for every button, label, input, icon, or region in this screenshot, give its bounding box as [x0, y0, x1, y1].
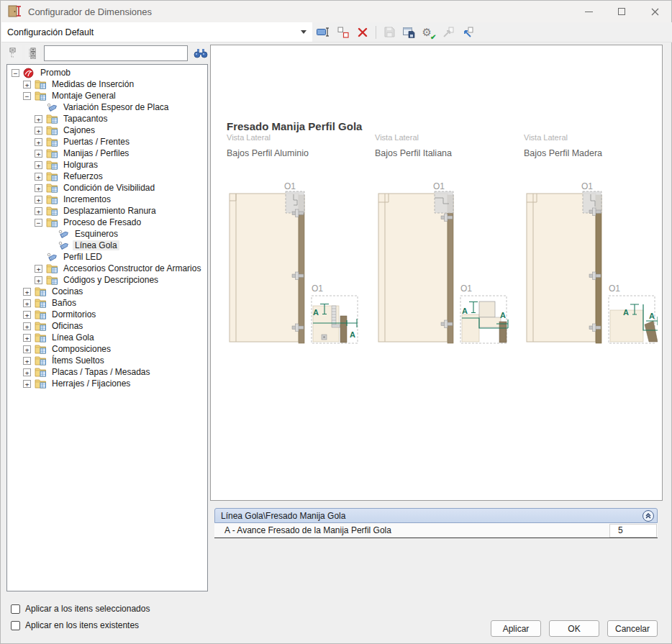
window-controls: [572, 1, 671, 22]
tree-item-linea-gola[interactable]: Línea Gola: [7, 240, 207, 251]
expand-all-icon: [27, 47, 38, 59]
expander-minus-icon[interactable]: −: [35, 219, 42, 227]
tag-icon: [46, 102, 58, 112]
chevron-double-up-icon: [645, 512, 652, 520]
close-button[interactable]: [638, 1, 671, 22]
apply-button[interactable]: Aplicar: [491, 620, 541, 637]
expander-plus-icon[interactable]: +: [23, 288, 31, 296]
tree-item-manijas-perfiles[interactable]: +Manijas / Perfiles: [7, 148, 207, 159]
minimize-button[interactable]: [572, 1, 605, 22]
expander-plus-icon[interactable]: +: [35, 161, 42, 169]
apply-selected-items-option: Aplicar a los itens seleccionados: [11, 604, 150, 614]
expander-plus-icon[interactable]: +: [35, 127, 42, 135]
combo-dropdown-icon[interactable]: [301, 30, 307, 34]
tree-item-desplazamiento-ranura[interactable]: +Desplazamiento Ranura: [7, 205, 207, 217]
tree-item-linea-gola[interactable]: +Línea Gola: [7, 332, 207, 343]
tree-item-label: Baños: [50, 298, 78, 308]
expander-plus-icon[interactable]: +: [23, 368, 31, 376]
maximize-button[interactable]: [605, 1, 638, 22]
tree-item-label: Tapacantos: [61, 114, 109, 124]
tree-item-label: Promob: [38, 68, 73, 78]
expander-plus-icon[interactable]: +: [23, 322, 31, 330]
delete-configuration-icon[interactable]: [354, 24, 371, 40]
expander-plus-icon[interactable]: +: [35, 138, 42, 146]
tree-item-puertas-frentes[interactable]: +Puertas / Frentes: [7, 136, 207, 148]
expander-plus-icon[interactable]: +: [23, 311, 31, 319]
expander-plus-icon[interactable]: +: [23, 357, 31, 365]
tree-item-items-sueltos[interactable]: +Ítems Sueltos: [7, 355, 207, 366]
apply-settings-icon[interactable]: ⚙✔: [420, 24, 437, 40]
dimension-a-label: A: [462, 307, 468, 315]
tree-item-placas-tapas-mesadas[interactable]: +Placas / Tapas / Mesadas: [7, 366, 207, 378]
expander-plus-icon[interactable]: +: [35, 207, 42, 215]
expander-plus-icon[interactable]: +: [35, 184, 42, 192]
tree-item-label: Placas / Tapas / Mesadas: [50, 367, 153, 377]
tree-item-accesorios-constructor-de-armarios[interactable]: +Accesorios Constructor de Armarios: [7, 263, 207, 274]
tree-item-codigos-y-descripciones[interactable]: +Códigos y Descripciones: [7, 274, 207, 286]
cancel-button[interactable]: Cancelar: [607, 620, 658, 637]
door-diagram-madera: O1 O1 A A: [521, 182, 658, 349]
expander-minus-icon[interactable]: −: [12, 69, 19, 77]
expander-plus-icon[interactable]: +: [23, 345, 31, 353]
preview-column-aluminio: Vista Lateral Bajos Perfil Aluminio: [227, 133, 374, 158]
tree-item-composiciones[interactable]: +Composiciones: [7, 343, 207, 355]
collapse-all-button[interactable]: [8, 45, 22, 62]
tree-item-dormitorios[interactable]: +Dormitorios: [7, 309, 207, 320]
tree-item-cajones[interactable]: +Cajones: [7, 124, 207, 136]
tree-item-perfil-led[interactable]: Perfil LED: [7, 251, 207, 263]
expander-plus-icon[interactable]: +: [23, 299, 31, 307]
property-group-header: Línea Gola\Fresado Manija Gola: [214, 508, 658, 523]
tree-item-cocinas[interactable]: +Cocinas: [7, 286, 207, 297]
tree-item-label: Incrementos: [61, 194, 113, 204]
tree-item-label: Condición de Visibilidad: [61, 183, 157, 193]
variant-label: Bajos Perfil Aluminio: [227, 148, 374, 158]
expander-plus-icon[interactable]: +: [23, 380, 31, 388]
expander-plus-icon[interactable]: +: [23, 81, 31, 89]
expander-plus-icon[interactable]: +: [23, 334, 31, 342]
property-value-cell[interactable]: 5: [609, 524, 657, 538]
expander-plus-icon[interactable]: +: [35, 276, 42, 284]
search-button[interactable]: [192, 45, 209, 61]
apply-selected-checkbox[interactable]: [11, 604, 20, 614]
tree-item-refuerzos[interactable]: +Refuerzos: [7, 171, 207, 182]
folder-icon: [35, 298, 47, 308]
expander-plus-icon[interactable]: +: [35, 173, 42, 181]
expander-plus-icon[interactable]: +: [35, 265, 42, 273]
expander-minus-icon[interactable]: −: [23, 92, 31, 100]
tree-item-holguras[interactable]: +Holguras: [7, 159, 207, 171]
duplicate-configuration-icon[interactable]: [335, 24, 351, 40]
folder-icon: [46, 183, 58, 193]
toolbar-separator: [376, 26, 376, 39]
expand-all-button[interactable]: [25, 45, 40, 62]
expander-plus-icon[interactable]: +: [35, 115, 42, 123]
tree-item-promob[interactable]: −Promob: [7, 67, 207, 78]
tree-item-variacion-espesor-de-placa[interactable]: Variación Espesor de Placa: [7, 101, 207, 113]
export-configuration-icon[interactable]: [459, 24, 476, 40]
save-icon: [381, 24, 398, 40]
tree-item-label: Montaje General: [50, 91, 118, 101]
rename-configuration-icon[interactable]: [315, 24, 332, 40]
expander-plus-icon[interactable]: +: [35, 150, 42, 158]
callout-label: O1: [284, 182, 296, 191]
collapse-group-button[interactable]: [643, 510, 654, 522]
save-database-icon[interactable]: [401, 24, 417, 40]
tree-item-oficinas[interactable]: +Oficinas: [7, 320, 207, 332]
tree-item-banos[interactable]: +Baños: [7, 297, 207, 309]
tree-item-proceso-de-fresado[interactable]: −Proceso de Fresado: [7, 217, 207, 228]
tag-icon: [58, 229, 70, 239]
tree-item-montaje-general[interactable]: −Montaje General: [7, 90, 207, 101]
ok-button[interactable]: OK: [549, 620, 599, 637]
tree-item-label: Variación Espesor de Placa: [61, 102, 171, 112]
tree-item-incrementos[interactable]: +Incrementos: [7, 194, 207, 205]
tree-item-tapacantos[interactable]: +Tapacantos: [7, 113, 207, 124]
tree-item-esquineros[interactable]: Esquineros: [7, 228, 207, 240]
tree-toolbar: [8, 45, 209, 62]
expander-plus-icon[interactable]: +: [35, 196, 42, 204]
tree-item-condicion-de-visibilidad[interactable]: +Condición de Visibilidad: [7, 182, 207, 194]
tree-item-herrajes-fijaciones[interactable]: +Herrajes / Fijaciones: [7, 378, 207, 389]
apply-existing-checkbox[interactable]: [11, 621, 20, 630]
search-input[interactable]: [44, 45, 188, 61]
config-tree: −Promob+Medidas de Inserción−Montaje Gen…: [6, 64, 208, 591]
configuration-combobox[interactable]: Configuración Default: [1, 22, 312, 42]
tree-item-medidas-de-insercion[interactable]: +Medidas de Inserción: [7, 78, 207, 90]
